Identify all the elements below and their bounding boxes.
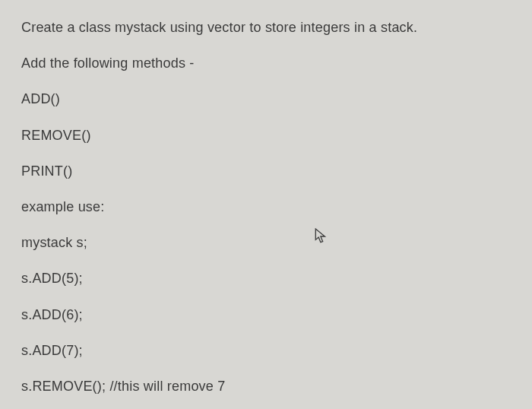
text-line: s.ADD(7); (21, 341, 511, 360)
text-line: Create a class mystack using vector to s… (21, 18, 511, 37)
document-content: Create a class mystack using vector to s… (0, 0, 532, 409)
text-line: s.ADD(6); (21, 306, 511, 325)
text-line: PRINT() (21, 162, 511, 181)
text-line: ADD() (21, 90, 511, 109)
text-line: REMOVE() (21, 126, 511, 145)
text-line: s.ADD(5); (21, 269, 511, 288)
text-line: mystack s; (21, 233, 511, 252)
text-line: s.REMOVE(); //this will remove 7 (21, 377, 511, 396)
text-line: Add the following methods - (21, 54, 511, 73)
text-line: example use: (21, 198, 511, 217)
